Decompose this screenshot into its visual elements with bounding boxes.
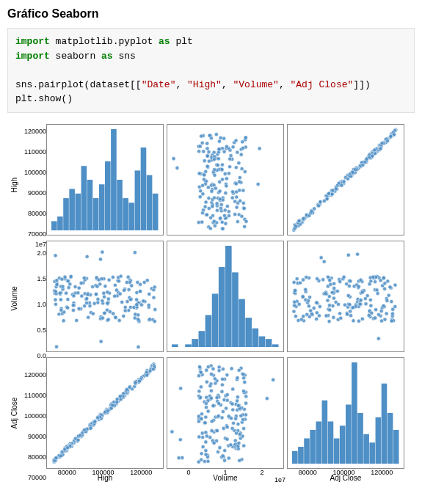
svg-point-557 bbox=[142, 299, 145, 302]
svg-point-1061 bbox=[199, 384, 203, 388]
svg-point-125 bbox=[200, 211, 204, 214]
svg-point-1058 bbox=[221, 409, 225, 413]
svg-point-434 bbox=[67, 285, 70, 289]
code-text: , bbox=[279, 79, 291, 90]
code-text: plt bbox=[170, 36, 193, 47]
svg-point-930 bbox=[134, 380, 137, 384]
svg-point-75 bbox=[243, 224, 247, 228]
svg-point-110 bbox=[220, 178, 224, 181]
svg-point-187 bbox=[241, 189, 245, 192]
svg-point-551 bbox=[137, 313, 140, 316]
svg-point-938 bbox=[65, 445, 69, 449]
svg-point-1123 bbox=[235, 431, 239, 434]
svg-point-1085 bbox=[197, 365, 201, 368]
svg-point-98 bbox=[214, 132, 218, 136]
svg-point-1046 bbox=[222, 426, 225, 430]
svg-point-1127 bbox=[238, 459, 241, 462]
svg-point-160 bbox=[234, 138, 238, 142]
svg-point-1120 bbox=[220, 390, 224, 393]
svg-point-517 bbox=[118, 291, 122, 295]
svg-point-712 bbox=[312, 306, 316, 310]
svg-rect-1143 bbox=[357, 413, 363, 464]
svg-point-1122 bbox=[209, 372, 213, 376]
svg-point-186 bbox=[218, 197, 222, 200]
svg-point-745 bbox=[363, 296, 367, 300]
svg-point-650 bbox=[368, 282, 371, 285]
svg-point-192 bbox=[175, 166, 179, 169]
svg-point-514 bbox=[153, 319, 156, 323]
svg-rect-1135 bbox=[310, 430, 316, 464]
svg-point-158 bbox=[200, 141, 204, 145]
svg-point-1011 bbox=[241, 426, 245, 430]
svg-point-744 bbox=[307, 299, 310, 302]
svg-point-35 bbox=[256, 182, 260, 186]
svg-point-129 bbox=[224, 191, 228, 194]
svg-point-179 bbox=[241, 146, 245, 150]
svg-point-184 bbox=[258, 146, 261, 150]
svg-point-937 bbox=[83, 428, 87, 431]
svg-point-198 bbox=[225, 176, 228, 180]
svg-point-169 bbox=[211, 204, 214, 208]
cell-0-1 bbox=[167, 124, 284, 238]
svg-point-121 bbox=[197, 171, 201, 175]
svg-point-704 bbox=[326, 298, 330, 302]
svg-point-525 bbox=[55, 278, 59, 282]
svg-point-739 bbox=[297, 302, 301, 306]
svg-point-1089 bbox=[215, 395, 219, 399]
svg-point-513 bbox=[113, 294, 117, 298]
svg-rect-1148 bbox=[388, 413, 393, 464]
svg-point-944 bbox=[145, 373, 149, 376]
svg-point-523 bbox=[139, 302, 143, 306]
svg-point-373 bbox=[346, 177, 349, 180]
svg-point-163 bbox=[228, 157, 232, 161]
code-text: , bbox=[175, 79, 187, 90]
svg-point-1008 bbox=[220, 377, 224, 381]
svg-point-665 bbox=[376, 336, 380, 340]
svg-rect-573 bbox=[212, 293, 219, 347]
svg-rect-576 bbox=[232, 272, 239, 347]
svg-point-524 bbox=[85, 296, 89, 300]
svg-point-46 bbox=[202, 177, 205, 180]
str: "High" bbox=[187, 79, 222, 90]
svg-rect-1142 bbox=[352, 362, 357, 464]
svg-point-531 bbox=[71, 303, 75, 307]
svg-point-583 bbox=[390, 299, 393, 303]
svg-point-506 bbox=[84, 301, 88, 304]
code-text: , bbox=[222, 79, 233, 90]
svg-point-151 bbox=[241, 201, 245, 205]
svg-point-558 bbox=[108, 310, 112, 313]
svg-point-173 bbox=[222, 150, 226, 153]
svg-point-1056 bbox=[211, 403, 215, 407]
svg-point-1064 bbox=[206, 459, 210, 463]
svg-point-508 bbox=[75, 318, 79, 322]
svg-point-193 bbox=[205, 213, 208, 216]
svg-point-1096 bbox=[230, 366, 233, 370]
svg-point-748 bbox=[357, 319, 360, 323]
svg-point-1001 bbox=[225, 373, 229, 376]
svg-point-496 bbox=[77, 307, 81, 310]
svg-point-1063 bbox=[200, 417, 203, 420]
svg-point-529 bbox=[123, 305, 127, 309]
svg-point-152 bbox=[221, 227, 225, 230]
svg-point-719 bbox=[294, 314, 297, 318]
svg-rect-1146 bbox=[376, 417, 382, 463]
str: "Adj Close" bbox=[291, 79, 354, 90]
svg-point-122 bbox=[203, 205, 207, 208]
svg-point-1066 bbox=[225, 425, 229, 428]
pairplot: High Volume Adj Close 120000110000100000… bbox=[7, 124, 415, 496]
svg-point-142 bbox=[233, 199, 237, 202]
svg-point-1041 bbox=[215, 428, 219, 432]
svg-point-697 bbox=[339, 316, 343, 320]
svg-point-1070 bbox=[231, 421, 235, 425]
svg-point-564 bbox=[82, 276, 86, 280]
svg-point-939 bbox=[89, 426, 92, 430]
svg-point-418 bbox=[113, 283, 117, 287]
svg-point-451 bbox=[80, 293, 84, 297]
svg-point-654 bbox=[373, 280, 376, 283]
svg-point-1054 bbox=[209, 396, 213, 400]
svg-point-543 bbox=[59, 297, 62, 301]
svg-rect-1138 bbox=[328, 421, 334, 464]
x-axis-labels: High Volume Adj Close bbox=[46, 474, 404, 496]
svg-point-139 bbox=[216, 163, 219, 167]
svg-rect-14 bbox=[135, 170, 141, 230]
